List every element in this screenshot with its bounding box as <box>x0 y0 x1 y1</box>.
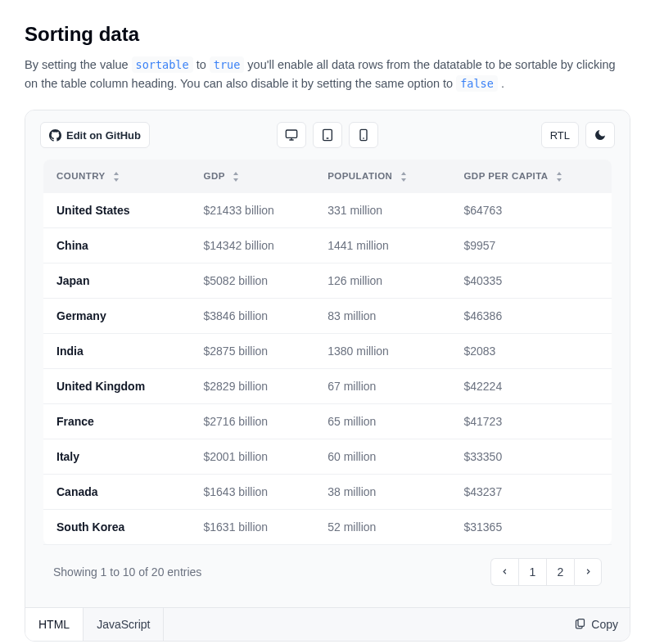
svg-rect-7 <box>578 619 585 627</box>
page-next-button[interactable] <box>574 558 602 586</box>
data-table: COUNTRY GDP POPULATION GDP PER CAPI <box>43 160 612 545</box>
header-gpc[interactable]: GDP PER CAPITA <box>450 160 612 193</box>
chevron-left-icon <box>500 565 509 579</box>
table-row: China$14342 billion1441 million$9957 <box>43 228 612 263</box>
sort-icon <box>555 172 563 182</box>
cell-country: France <box>43 404 191 439</box>
cell-gdp: $2829 billion <box>191 369 315 404</box>
tablet-view-button[interactable] <box>313 122 342 148</box>
cell-population: 126 million <box>314 263 450 299</box>
cell-population: 67 million <box>314 369 450 404</box>
github-icon <box>49 129 61 142</box>
cell-gdp: $1631 billion <box>191 510 315 545</box>
showing-entries: Showing 1 to 10 of 20 entries <box>53 565 201 579</box>
copy-button[interactable]: Copy <box>562 608 630 641</box>
cell-country: Germany <box>43 299 191 334</box>
code-sortable: sortable <box>132 56 193 73</box>
cell-country: Japan <box>43 263 191 299</box>
cell-gpc: $33350 <box>450 439 612 475</box>
code-true: true <box>210 56 245 73</box>
cell-population: 65 million <box>314 404 450 439</box>
preview-toolbar: Edit on GitHub <box>25 110 630 160</box>
clipboard-icon <box>574 617 586 632</box>
cell-population: 60 million <box>314 439 450 475</box>
header-gpc-label: GDP PER CAPITA <box>463 171 548 181</box>
moon-icon <box>594 128 607 142</box>
header-gdp-label: GDP <box>204 171 225 181</box>
intro-text: . <box>501 77 504 90</box>
cell-population: 331 million <box>314 193 450 228</box>
cell-gpc: $40335 <box>450 263 612 299</box>
page-2-button[interactable]: 2 <box>546 558 574 586</box>
cell-gpc: $9957 <box>450 228 612 263</box>
cell-gpc: $2083 <box>450 334 612 369</box>
tab-javascript[interactable]: JavaScript <box>84 608 164 641</box>
cell-country: Canada <box>43 475 191 510</box>
cell-gpc: $42224 <box>450 369 612 404</box>
mobile-icon <box>357 128 370 142</box>
cell-population: 38 million <box>314 475 450 510</box>
page-1-button[interactable]: 1 <box>518 558 546 586</box>
header-country[interactable]: COUNTRY <box>43 160 191 193</box>
cell-country: India <box>43 334 191 369</box>
table-row: Japan$5082 billion126 million$40335 <box>43 263 612 299</box>
table-row: United States$21433 billion331 million$6… <box>43 193 612 228</box>
sort-icon <box>400 172 408 182</box>
code-tabs: HTML JavaScript Copy <box>25 607 630 641</box>
table-row: South Korea$1631 billion52 million$31365 <box>43 510 612 545</box>
header-gdp[interactable]: GDP <box>191 160 315 193</box>
copy-label: Copy <box>591 618 618 631</box>
table-footer: Showing 1 to 10 of 20 entries 1 2 <box>43 545 612 592</box>
cell-population: 52 million <box>314 510 450 545</box>
tablet-icon <box>321 128 334 142</box>
preview-card: Edit on GitHub <box>25 110 630 642</box>
dark-mode-button[interactable] <box>585 122 615 148</box>
intro-text: By setting the value <box>25 58 132 71</box>
cell-country: United Kingdom <box>43 369 191 404</box>
edit-github-button[interactable]: Edit on GitHub <box>40 122 150 148</box>
sort-icon <box>112 172 120 182</box>
cell-country: China <box>43 228 191 263</box>
pagination: 1 2 <box>490 558 602 586</box>
header-population[interactable]: POPULATION <box>314 160 450 193</box>
table-row: France$2716 billion65 million$41723 <box>43 404 612 439</box>
cell-gdp: $14342 billion <box>191 228 315 263</box>
intro-text: to <box>196 58 210 71</box>
cell-population: 1380 million <box>314 334 450 369</box>
cell-gdp: $2875 billion <box>191 334 315 369</box>
mobile-view-button[interactable] <box>349 122 378 148</box>
page-title: Sorting data <box>25 23 630 46</box>
cell-gdp: $5082 billion <box>191 263 315 299</box>
svg-rect-3 <box>323 130 332 141</box>
table-row: United Kingdom$2829 billion67 million$42… <box>43 369 612 404</box>
cell-gpc: $31365 <box>450 510 612 545</box>
cell-gpc: $43237 <box>450 475 612 510</box>
table-row: India$2875 billion1380 million$2083 <box>43 334 612 369</box>
cell-gpc: $41723 <box>450 404 612 439</box>
tab-html[interactable]: HTML <box>25 608 84 642</box>
cell-gdp: $3846 billion <box>191 299 315 334</box>
table-row: Canada$1643 billion38 million$43237 <box>43 475 612 510</box>
page-prev-button[interactable] <box>490 558 518 586</box>
svg-rect-0 <box>286 130 296 137</box>
rtl-toggle-button[interactable]: RTL <box>541 122 579 148</box>
cell-gdp: $1643 billion <box>191 475 315 510</box>
cell-country: Italy <box>43 439 191 475</box>
cell-gdp: $21433 billion <box>191 193 315 228</box>
svg-rect-5 <box>360 130 367 141</box>
desktop-icon <box>285 128 298 142</box>
chevron-right-icon <box>584 565 593 579</box>
cell-country: United States <box>43 193 191 228</box>
cell-population: 83 million <box>314 299 450 334</box>
table-row: Italy$2001 billion60 million$33350 <box>43 439 612 475</box>
desktop-view-button[interactable] <box>277 122 306 148</box>
code-false: false <box>456 75 498 92</box>
table-row: Germany$3846 billion83 million$46386 <box>43 299 612 334</box>
cell-gpc: $64763 <box>450 193 612 228</box>
cell-country: South Korea <box>43 510 191 545</box>
header-population-label: POPULATION <box>328 171 392 181</box>
edit-github-label: Edit on GitHub <box>66 129 141 142</box>
cell-gpc: $46386 <box>450 299 612 334</box>
sort-icon <box>232 172 240 182</box>
header-country-label: COUNTRY <box>56 171 105 181</box>
